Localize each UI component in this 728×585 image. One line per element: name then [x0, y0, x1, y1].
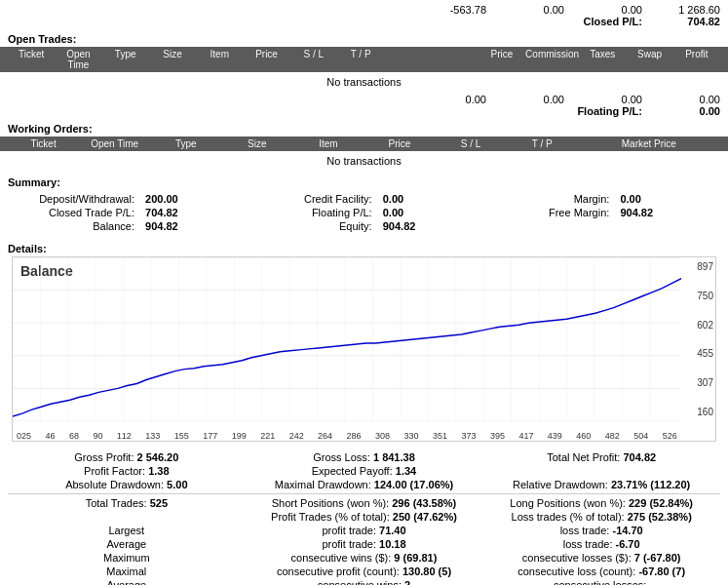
col-profit: Profit [673, 49, 720, 70]
largest-profit-trade-value: 71.40 [379, 525, 406, 536]
floating-pl-value: 0.00 [662, 105, 720, 117]
profit-trades-item: Profit Trades (% of total): 250 (47.62%) [246, 511, 483, 523]
profit-trades-label: Profit Trades (% of total): [271, 511, 390, 523]
balance-line [13, 261, 681, 416]
avg-consec-wins-label: consecutive wins: [318, 579, 402, 585]
stats-section: Gross Profit: 2 546.20 Gross Loss: 1 841… [0, 446, 728, 585]
max-consec-profit-value: 130.80 (5) [402, 566, 451, 577]
max-consec-profit-label: consecutive profit (count): [277, 566, 400, 577]
open-trades-title: Open Trades: [0, 29, 728, 47]
profit-factor-item: Profit Factor: 1.38 [8, 465, 246, 477]
rel-drawdown-item: Relative Drawdown: 23.71% (112.20) [482, 479, 720, 490]
wo-col-item: Item [292, 138, 364, 149]
closed-pl-sum-label: Closed Trade P/L: [8, 207, 134, 218]
summary-equity: Equity: 904.82 [246, 219, 483, 233]
maximum-label-cell: Maximum [8, 552, 246, 564]
margin-value: 0.00 [620, 193, 678, 205]
x-label-9: 221 [260, 431, 275, 441]
x-label-7: 177 [203, 431, 217, 441]
maximal-label-cell: Maximal [8, 566, 246, 577]
gross-loss-label: Gross Loss: [313, 451, 370, 463]
free-margin-label: Free Margin: [482, 207, 609, 218]
avg-profit-trade-item: profit trade: 10.18 [246, 538, 483, 550]
wo-col-type: Type [150, 138, 221, 149]
total-net-profit-label: Total Net Profit: [547, 451, 620, 463]
average-label-cell: Average [8, 538, 246, 550]
abs-drawdown-label: Absolute Drawdown: [65, 479, 164, 490]
total-trades-value: 525 [150, 497, 168, 509]
total-trades-item: Total Trades: 525 [8, 497, 246, 509]
max-drawdown-label: Maximal Drawdown: [275, 479, 371, 490]
x-label-15: 351 [433, 431, 447, 441]
max-consec-losses-value: 7 (-67.80) [634, 552, 681, 564]
open-trades-empty: No transactions [0, 72, 728, 92]
avg-consec-losses-item: consecutive losses: [482, 579, 720, 585]
deposit-value: 200.00 [145, 193, 204, 205]
largest-profit-trade-label: profit trade: [322, 525, 376, 536]
empty-cell1 [482, 465, 720, 477]
y-label-6: 160 [683, 407, 713, 417]
max-consec-wins-item: consecutive wins ($): 9 (69.81) [246, 552, 483, 564]
avg-profit-trade-label: profit trade: [322, 538, 376, 550]
profit-trades-value: 250 (47.62%) [393, 511, 457, 523]
loss-trades-value: 275 (52.38%) [628, 511, 692, 523]
x-label-1: 46 [45, 431, 55, 441]
wo-col-price: Price [364, 138, 435, 149]
largest-loss-trade-label: loss trade: [560, 525, 610, 536]
largest-loss-trade-item: loss trade: -14.70 [482, 525, 720, 536]
avg-profit-trade-value: 10.18 [379, 538, 406, 550]
abs-drawdown-item: Absolute Drawdown: 5.00 [8, 479, 246, 490]
y-label-3: 602 [683, 320, 713, 331]
col-sl: S / L [290, 49, 337, 70]
short-positions-label: Short Positions (won %): [272, 497, 389, 509]
col-tp: T / P [337, 49, 384, 70]
equity-label: Equity: [246, 220, 372, 232]
avg-loss-trade-label: loss trade: [563, 538, 613, 550]
y-label-4: 455 [683, 348, 713, 359]
summary-balance: Balance: 904.82 [8, 219, 246, 233]
avg-loss-trade-item: loss trade: -6.70 [482, 538, 720, 550]
total-net-profit-value: 704.82 [623, 451, 656, 463]
y-label-5: 307 [683, 377, 713, 388]
floating-pl-sum-label: Floating P/L: [246, 207, 372, 218]
avg-consec-wins-value: 2 [404, 579, 410, 585]
col-type: Type [102, 49, 149, 70]
loss-trades-label: Loss trades (% of total): [512, 511, 625, 523]
x-label-0: 025 [17, 431, 31, 441]
closed-value2: 0.00 [506, 4, 564, 16]
y-label-1: 897 [683, 261, 713, 272]
summary-credit: Credit Facility: 0.00 [246, 192, 483, 206]
gross-loss-item: Gross Loss: 1 841.38 [246, 451, 483, 463]
summary-margin: Margin: 0.00 [482, 192, 720, 206]
chart-container: Balance [12, 256, 716, 442]
x-label-14: 330 [404, 431, 419, 441]
float-val2: 0.00 [506, 94, 564, 105]
max-consec-loss-item: consecutive loss (count): -67.80 (7) [482, 566, 720, 577]
balance-label: Balance: [8, 220, 134, 232]
max-consec-loss-label: consecutive loss (count): [517, 566, 635, 577]
x-label-4: 112 [117, 431, 132, 441]
empty-cell2 [8, 511, 246, 523]
credit-value: 0.00 [383, 193, 441, 205]
expected-payoff-item: Expected Payoff: 1.34 [246, 465, 483, 477]
max-consec-loss-value: -67.80 (7) [638, 566, 685, 577]
total-net-profit-item: Total Net Profit: 704.82 [482, 451, 720, 463]
gross-profit-label: Gross Profit: [74, 451, 134, 463]
working-orders-header: Ticket Open Time Type Size Item Price S … [0, 136, 728, 151]
max-consec-losses-item: consecutive losses ($): 7 (-67.80) [482, 552, 720, 564]
float-val1: 0.00 [428, 94, 486, 105]
floating-pl-label: Floating P/L: [577, 105, 642, 117]
chart-x-axis: 025 46 68 90 112 133 155 177 199 221 242… [13, 431, 681, 441]
x-label-22: 504 [633, 431, 648, 441]
closed-value4: 1 268.60 [662, 4, 720, 16]
wo-col-open-time: Open Time [79, 138, 150, 149]
x-label-16: 373 [461, 431, 476, 441]
summary-closed-pl: Closed Trade P/L: 704.82 [8, 206, 246, 219]
floating-pl-sum-value: 0.00 [383, 207, 441, 218]
wo-col-market-price: Market Price [578, 138, 720, 149]
credit-label: Credit Facility: [246, 193, 372, 205]
x-label-11: 264 [318, 431, 332, 441]
max-consec-profit-item: consecutive profit (count): 130.80 (5) [246, 566, 483, 577]
summary-section: Summary: Deposit/Withdrawal: 200.00 Clos… [0, 171, 728, 239]
equity-value: 904.82 [383, 220, 441, 232]
